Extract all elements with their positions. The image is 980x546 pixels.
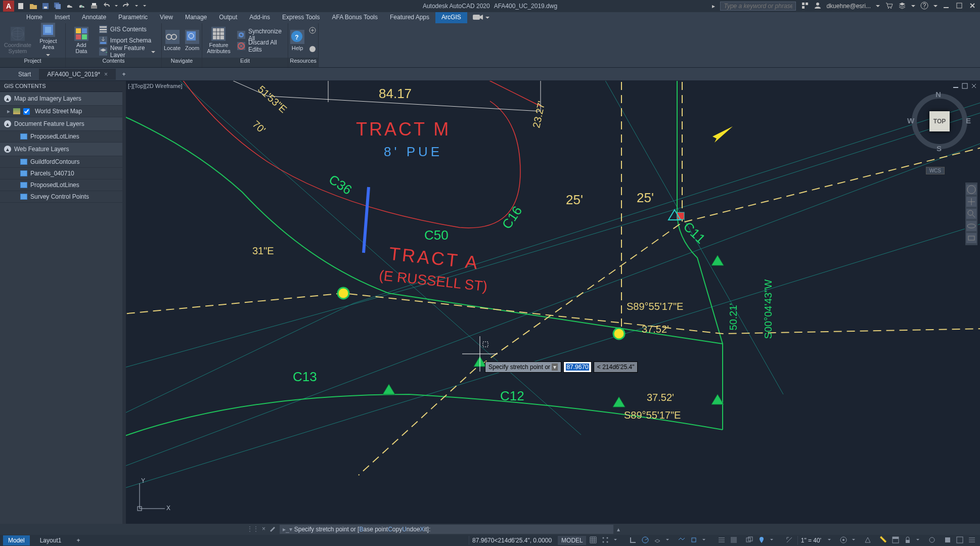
isodraft-icon[interactable] xyxy=(653,536,662,545)
polar-icon[interactable] xyxy=(641,536,650,545)
drawing-canvas[interactable]: [-][Top][2D Wireframe] xyxy=(122,81,980,524)
units-icon[interactable]: 📏 xyxy=(879,536,888,545)
proposed-lot-lines-web-item[interactable]: ProposedLotLines xyxy=(0,179,122,191)
add-data-button[interactable]: Add Data xyxy=(70,24,93,57)
model-tab[interactable]: Model xyxy=(3,535,30,545)
web-feature-section[interactable]: ▲Web Feature Layers xyxy=(0,143,122,156)
zoom-extents-icon[interactable] xyxy=(966,209,976,219)
wsm-checkbox[interactable] xyxy=(23,108,30,115)
selection-cycle-icon[interactable] xyxy=(745,536,754,545)
new-icon[interactable] xyxy=(17,2,25,10)
import-schema-button[interactable]: Import Schema xyxy=(97,35,157,46)
expand-icon[interactable]: ▸ xyxy=(7,108,10,115)
layout1-tab[interactable]: Layout1 xyxy=(35,535,67,545)
help-dropdown-icon[interactable] xyxy=(933,3,938,10)
tab-arcgis[interactable]: ArcGIS xyxy=(435,12,467,23)
user-label[interactable]: dkuehne@esri... xyxy=(826,3,871,10)
osnap-dropdown-icon[interactable] xyxy=(702,536,711,545)
sync-all-button[interactable]: Synchronize All xyxy=(235,30,284,40)
ortho-icon[interactable] xyxy=(629,536,638,545)
signin-icon[interactable] xyxy=(814,2,821,11)
maximize-icon[interactable] xyxy=(956,2,964,10)
saveall-icon[interactable] xyxy=(54,2,62,10)
clean-screen-icon[interactable] xyxy=(956,536,965,545)
osnap-icon[interactable] xyxy=(690,536,699,545)
viewcube-top[interactable]: TOP xyxy=(929,111,950,131)
resource-link2-icon[interactable] xyxy=(308,45,317,55)
tab-afabonus[interactable]: AFA Bonus Tools xyxy=(326,12,384,23)
customize-status-icon[interactable] xyxy=(968,536,977,545)
tab-featured[interactable]: Featured Apps xyxy=(384,12,435,23)
minimize-icon[interactable] xyxy=(943,2,951,10)
geo-dropdown-icon[interactable] xyxy=(770,536,779,545)
map-imagery-section[interactable]: ▲Map and Imagery Layers xyxy=(0,92,122,106)
camera-dropdown-icon[interactable] xyxy=(485,14,489,21)
undo-dropdown-icon[interactable] xyxy=(114,2,118,10)
locate-button[interactable]: Locate xyxy=(164,24,181,57)
scale-dropdown-icon[interactable] xyxy=(827,536,836,545)
cloud-open-icon[interactable] xyxy=(66,2,74,10)
tab-insert[interactable]: Insert xyxy=(49,12,76,23)
survey-control-points-item[interactable]: Survey Control Points xyxy=(0,191,122,203)
store-dropdown-icon[interactable] xyxy=(911,3,915,10)
annotation-monitor-icon[interactable] xyxy=(864,536,873,545)
app-logo-icon[interactable]: A xyxy=(3,1,14,12)
cmd-handle-icon[interactable]: ⋮⋮ xyxy=(247,525,259,534)
cloud-save-icon[interactable] xyxy=(78,2,86,10)
doc-feature-section[interactable]: ▲Document Feature Layers xyxy=(0,117,122,131)
tab-view[interactable]: View xyxy=(154,12,179,23)
tab-output[interactable]: Output xyxy=(213,12,243,23)
workspace-icon[interactable] xyxy=(839,536,849,545)
grid-icon[interactable] xyxy=(589,536,598,545)
geo-marker-icon[interactable] xyxy=(758,536,767,545)
scale-value[interactable]: 1" = 40' xyxy=(797,536,824,545)
close-icon[interactable] xyxy=(969,2,977,10)
viewcube-w[interactable]: W xyxy=(907,116,914,125)
osnap-track-icon[interactable] xyxy=(678,536,687,545)
add-layout-button[interactable]: + xyxy=(71,535,85,545)
snap-icon[interactable] xyxy=(601,536,610,545)
lock-ui-icon[interactable] xyxy=(904,536,913,545)
tab-express[interactable]: Express Tools xyxy=(276,12,326,23)
tab-addins[interactable]: Add-ins xyxy=(243,12,276,23)
iso-dropdown-icon[interactable] xyxy=(665,536,675,545)
search-input[interactable] xyxy=(720,2,796,11)
pan-icon[interactable] xyxy=(966,197,976,207)
tab-manage[interactable]: Manage xyxy=(179,12,213,23)
cart-icon[interactable] xyxy=(885,2,893,11)
ws-dropdown-icon[interactable] xyxy=(852,536,861,545)
plot-icon[interactable] xyxy=(90,2,98,10)
help-icon[interactable]: ? xyxy=(920,2,928,11)
collapse-icon[interactable]: ▲ xyxy=(4,146,11,153)
start-tab[interactable]: Start xyxy=(10,69,39,80)
viewcube-s[interactable]: S xyxy=(937,144,942,153)
collapse-icon[interactable]: ▲ xyxy=(4,120,11,127)
app-store-icon[interactable] xyxy=(898,2,906,11)
full-nav-wheel-icon[interactable] xyxy=(966,185,976,195)
quick-props-icon[interactable] xyxy=(892,536,901,545)
view-cube[interactable]: TOP N E S W xyxy=(909,91,970,152)
infocenter-arrow-icon[interactable]: ▸ xyxy=(712,3,715,10)
zoom-button[interactable]: Zoom xyxy=(185,24,200,57)
user-dropdown-icon[interactable] xyxy=(876,3,880,10)
ucs-icon[interactable]: Y X xyxy=(132,476,172,518)
search-icon[interactable] xyxy=(801,2,809,11)
lock-dropdown-icon[interactable] xyxy=(916,536,925,545)
gis-contents-button[interactable]: GIS Contents xyxy=(97,24,157,34)
proposed-lot-lines-doc-item[interactable]: ProposedLotLines xyxy=(0,131,122,143)
collapse-icon[interactable]: ▲ xyxy=(4,95,11,102)
open-icon[interactable] xyxy=(29,2,37,10)
tab-parametric[interactable]: Parametric xyxy=(112,12,154,23)
cmd-close-icon[interactable]: × xyxy=(262,525,265,534)
distance-input[interactable]: 87.9670 xyxy=(563,361,591,373)
viewcube-e[interactable]: E xyxy=(966,116,971,125)
space-model[interactable]: MODEL xyxy=(558,536,586,545)
lineweight-icon[interactable] xyxy=(718,536,727,545)
world-street-map-item[interactable]: ▸ World Street Map xyxy=(0,106,122,117)
tab-annotate[interactable]: Annotate xyxy=(76,12,112,23)
area-dropdown-icon[interactable] xyxy=(46,51,50,58)
parcels-item[interactable]: Parcels_040710 xyxy=(0,168,122,179)
discard-edits-button[interactable]: Discard All Edits xyxy=(235,41,284,51)
prompt-dropdown-icon[interactable]: ▾ xyxy=(552,363,558,371)
coords-readout[interactable]: 87.9670<214d6'25.4", 0.0000 xyxy=(469,536,555,545)
